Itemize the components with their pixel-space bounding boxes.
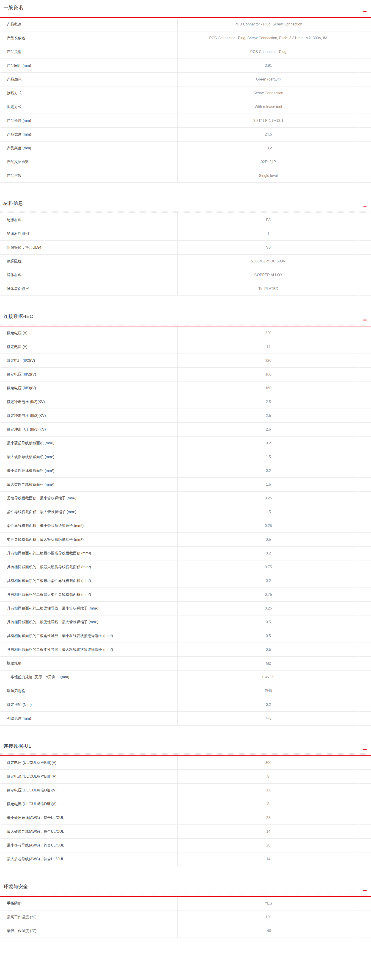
row-spacer bbox=[359, 437, 371, 450]
row-value: 0.25 bbox=[178, 519, 358, 533]
row-value: 0.5 bbox=[178, 643, 358, 657]
row-spacer bbox=[359, 213, 371, 227]
row-value: 3.81 bbox=[178, 59, 358, 73]
table-row: 螺丝刀规格 PH0 bbox=[0, 684, 371, 698]
table-row: 具有相同截面积的二根最小硬质导线横截面积 (mm²) 0.2 bbox=[0, 547, 371, 560]
row-value: 1.5 bbox=[178, 450, 358, 464]
row-label: 导体材料 bbox=[0, 269, 178, 282]
row-value: 0.4x2.5 bbox=[178, 671, 358, 684]
table-row: 额定电流 (UL/CUL标准B组)(A) 8 bbox=[0, 770, 371, 784]
collapse-minus-icon[interactable] bbox=[363, 11, 367, 12]
spec-table: 产品概述 PCB Connector - Plug, Screw Connect… bbox=[0, 18, 371, 183]
row-spacer bbox=[359, 340, 371, 354]
table-row: 导体表面镀层 Tin PLATED bbox=[0, 282, 371, 296]
table-row: 最小硬质导线横截面积 (mm²) 0.2 bbox=[0, 437, 371, 450]
table-row: 接线方式 Screw Connection bbox=[0, 86, 371, 100]
collapse-minus-icon[interactable] bbox=[363, 749, 367, 750]
row-value: 3.81* ( P-1 ) +12.1 bbox=[178, 114, 358, 128]
row-value: 0.5 bbox=[178, 629, 358, 643]
table-row: 最大柔性导线横截面积 (mm²) 1.5 bbox=[0, 478, 371, 492]
row-spacer bbox=[359, 505, 371, 519]
row-spacer bbox=[359, 811, 371, 825]
table-row: 产品高度 (mm) 13.2 bbox=[0, 142, 371, 155]
row-spacer bbox=[359, 169, 371, 183]
table-row: 产品宽度 (mm) 24.5 bbox=[0, 128, 371, 142]
row-value: PCB Connector - Plug bbox=[178, 45, 358, 59]
table-row: 具有相同截面积的二根最小柔性导线横截面积 (mm²) 0.2 bbox=[0, 574, 371, 588]
table-row: 柔性导线横截面积，最小管状预绝缘端子 (mm²) 0.25 bbox=[0, 519, 371, 533]
row-value: 2.5 bbox=[178, 409, 358, 423]
row-label: 产品层数 bbox=[0, 169, 178, 183]
row-spacer bbox=[359, 770, 371, 784]
row-label: 柔性导线横截面积，最大管状预绝缘端子 (mm²) bbox=[0, 533, 178, 547]
row-spacer bbox=[359, 602, 371, 616]
row-spacer bbox=[359, 368, 371, 382]
row-value: 300 bbox=[178, 784, 358, 797]
section-title: 环境与安全 bbox=[3, 884, 371, 889]
table-row: 额定电压 (II/2)(V) 320 bbox=[0, 354, 371, 368]
collapse-minus-icon[interactable] bbox=[363, 890, 367, 891]
row-spacer bbox=[359, 684, 371, 698]
row-label: 具有相同截面积的二根柔性导线，最大双线管状预绝缘端子 (mm²) bbox=[0, 643, 178, 657]
table-row: 产品层数 Single level bbox=[0, 169, 371, 183]
table-row: 一字螺丝刀规格 (刃厚__x刃宽__)(mm) 0.4x2.5 bbox=[0, 671, 371, 684]
table-row: 绝缘阻抗 ≥500MΩ at DC 500V bbox=[0, 255, 371, 269]
row-label: 产品宽度 (mm) bbox=[0, 128, 178, 142]
row-label: 额定扭矩 (N.m) bbox=[0, 698, 178, 712]
dotted-divider bbox=[0, 323, 371, 326]
row-value: 0.2 bbox=[178, 464, 358, 478]
row-spacer bbox=[359, 797, 371, 811]
table-row: 额定电压 (UL/CUL标准D组)(V) 300 bbox=[0, 784, 371, 797]
row-value: 0.2 bbox=[178, 437, 358, 450]
row-spacer bbox=[359, 492, 371, 505]
row-label: 具有相同截面积的二根最大硬质导线横截面积 (mm²) bbox=[0, 560, 178, 574]
row-value: Screw Connection bbox=[178, 86, 358, 100]
table-row: 柔性导线横截面积，最大管状裸端子 (mm²) 1.5 bbox=[0, 505, 371, 519]
collapse-minus-icon[interactable] bbox=[363, 207, 367, 207]
table-row: 额定冲击电压 (III/3)(KV) 2.5 bbox=[0, 423, 371, 437]
row-value: 0.25 bbox=[178, 602, 358, 616]
row-spacer bbox=[359, 464, 371, 478]
row-value: 02P~24P bbox=[178, 155, 358, 169]
section-header: 一般资讯 bbox=[0, 0, 371, 14]
row-label: 额定电压 (UL/CUL标准B组)(V) bbox=[0, 756, 178, 770]
row-spacer bbox=[359, 924, 371, 938]
row-label: 最高工作温度 (℃) bbox=[0, 910, 178, 924]
spec-table: 额定电压 (UL/CUL标准B组)(V) 300 额定电流 (UL/CUL标准B… bbox=[0, 756, 371, 866]
row-value: 0.75 bbox=[178, 588, 358, 602]
row-value: 0.5 bbox=[178, 533, 358, 547]
row-spacer bbox=[359, 86, 371, 100]
row-spacer bbox=[359, 671, 371, 684]
row-label: 最小柔性导线横截面积 (mm²) bbox=[0, 464, 178, 478]
spec-section: 一般资讯 产品概述 PCB Connector - Plug, Screw Co… bbox=[0, 0, 371, 183]
spec-table: 绝缘材料 PA 绝缘材料组别 I 阻燃等级，符合UL94 V0 绝缘阻抗 ≥50… bbox=[0, 213, 371, 296]
row-value: M2 bbox=[178, 657, 358, 671]
row-label: 剥线长度 (mm) bbox=[0, 712, 178, 725]
table-row: 最大硬质导线横截面积 (mm²) 1.5 bbox=[0, 450, 371, 464]
row-value: 28 bbox=[178, 839, 358, 853]
table-row: 产品实际点数 02P~24P bbox=[0, 155, 371, 169]
section-header: 连接数据-IEC bbox=[0, 296, 371, 323]
row-value: YES bbox=[178, 897, 358, 910]
row-spacer bbox=[359, 839, 371, 853]
row-spacer bbox=[359, 18, 371, 32]
row-value: Green (default) bbox=[178, 73, 358, 86]
spec-section: 环境与安全 手指防护 YES 最高工作温度 (℃) 120 最低工作温度 (℃)… bbox=[0, 866, 371, 938]
row-label: 具有相同截面积的二根柔性导线，最大管状裸端子 (mm²) bbox=[0, 616, 178, 629]
table-row: 产品长度 (mm) 3.81* ( P-1 ) +12.1 bbox=[0, 114, 371, 128]
row-value: 0.75 bbox=[178, 560, 358, 574]
row-label: 产品概述 bbox=[0, 18, 178, 32]
table-row: 最大硬质导线(AWG)，符合UL/CUL 14 bbox=[0, 825, 371, 839]
table-row: 额定电流 (A) 14 bbox=[0, 340, 371, 354]
row-label: 最大多芯导线(AWG)，符合UL/CUL bbox=[0, 853, 178, 866]
row-spacer bbox=[359, 326, 371, 340]
row-label: 具有相同截面积的二根最小硬质导线横截面积 (mm²) bbox=[0, 547, 178, 560]
row-spacer bbox=[359, 897, 371, 910]
row-spacer bbox=[359, 643, 371, 657]
row-spacer bbox=[359, 519, 371, 533]
spec-section: 材料信息 绝缘材料 PA 绝缘材料组别 I 阻燃等级，符合UL94 V0 绝缘阻… bbox=[0, 183, 371, 296]
row-spacer bbox=[359, 712, 371, 725]
row-spacer bbox=[359, 574, 371, 588]
collapse-minus-icon[interactable] bbox=[363, 320, 367, 320]
table-row: 最高工作温度 (℃) 120 bbox=[0, 910, 371, 924]
